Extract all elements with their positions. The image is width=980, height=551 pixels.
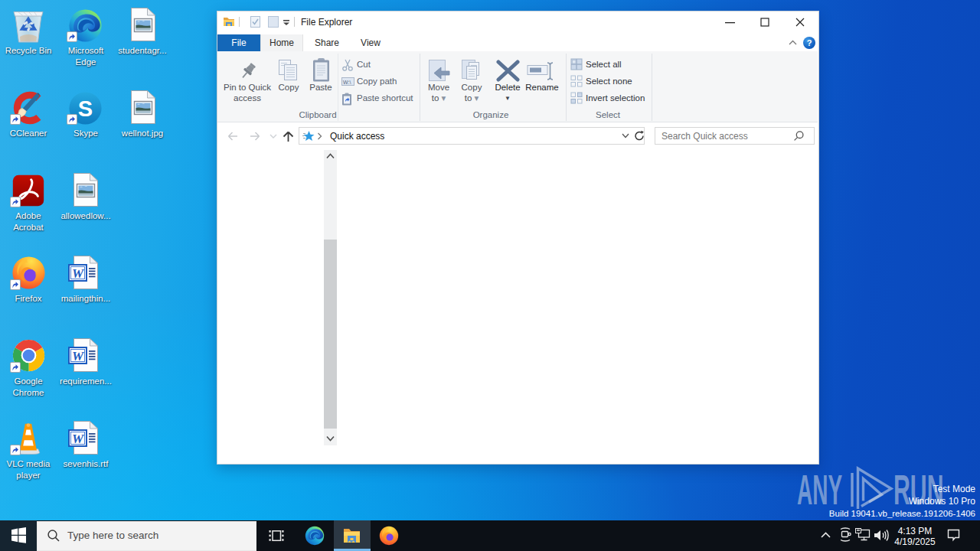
svg-text:S: S [78, 96, 93, 121]
svg-text:W: W [72, 349, 85, 364]
svg-text:W:\: W:\ [343, 80, 351, 85]
svg-text:W: W [72, 266, 85, 281]
svg-text:W: W [72, 432, 85, 446]
